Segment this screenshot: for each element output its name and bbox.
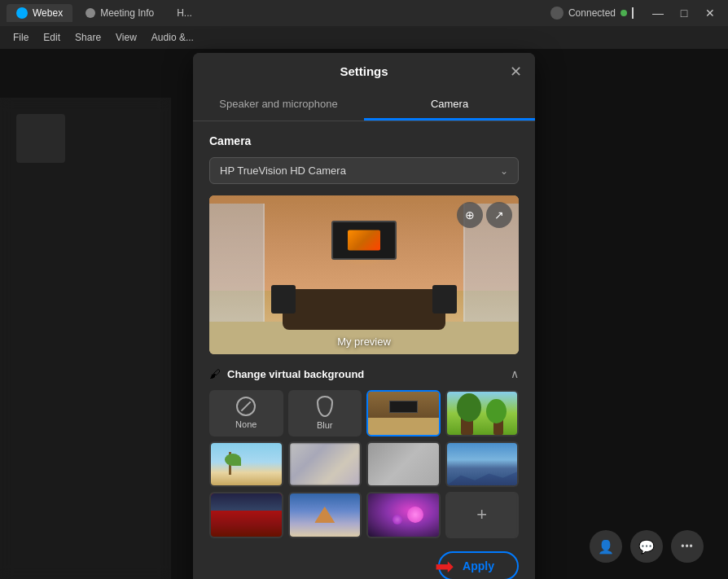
tab-webex-label: Webex bbox=[33, 7, 63, 19]
menu-edit[interactable]: Edit bbox=[37, 29, 67, 46]
preview-window-left bbox=[209, 204, 265, 331]
camera-dropdown[interactable]: HP TrueVision HD Camera ⌄ bbox=[209, 157, 519, 184]
preview-tv bbox=[331, 221, 397, 260]
main-content: 👤 💬 ••• Settings ✕ Speaker and microphon… bbox=[0, 49, 728, 579]
bg-add[interactable]: + bbox=[445, 492, 520, 538]
menu-view[interactable]: View bbox=[109, 29, 143, 46]
tab-meeting-info-label: Meeting Info bbox=[100, 7, 154, 19]
modal-title-bar: Settings ✕ bbox=[193, 53, 535, 90]
settings-modal: Settings ✕ Speaker and microphone Camera… bbox=[193, 53, 535, 579]
tab-h-label: H... bbox=[177, 7, 192, 19]
bg-none-label: None bbox=[235, 419, 257, 429]
maximize-button[interactable]: □ bbox=[673, 5, 695, 21]
menu-audio[interactable]: Audio &... bbox=[145, 29, 200, 46]
camera-preview-area: ⊕ ↗ My preview bbox=[209, 195, 519, 354]
preview-chair-right bbox=[432, 285, 457, 314]
close-button[interactable]: ✕ bbox=[699, 5, 721, 21]
add-background-icon: + bbox=[447, 493, 518, 537]
meeting-info-icon bbox=[86, 8, 95, 18]
bg-forest[interactable] bbox=[445, 390, 520, 436]
bg-beach[interactable] bbox=[209, 441, 283, 488]
modal-tabs: Speaker and microphone Camera bbox=[193, 90, 535, 121]
blur-icon bbox=[317, 396, 333, 417]
bg-office-thumbnail bbox=[368, 392, 439, 435]
vbg-collapse-icon: ∧ bbox=[511, 367, 519, 380]
bg-purple-space[interactable] bbox=[366, 492, 441, 538]
modal-close-button[interactable]: ✕ bbox=[506, 62, 525, 81]
connected-icon bbox=[550, 7, 564, 20]
bg-none[interactable]: None bbox=[209, 390, 283, 436]
menu-file[interactable]: File bbox=[7, 29, 35, 46]
win-controls: — □ ✕ bbox=[647, 5, 721, 21]
preview-table bbox=[283, 289, 445, 330]
webex-logo-icon bbox=[16, 7, 28, 19]
preview-label: My preview bbox=[337, 336, 391, 348]
camera-section-title: Camera bbox=[209, 134, 519, 147]
bg-illustrated[interactable] bbox=[288, 492, 362, 538]
menu-share[interactable]: Share bbox=[68, 29, 107, 46]
tab-h[interactable]: H... bbox=[167, 4, 202, 22]
bg-blur-label: Blur bbox=[317, 420, 333, 430]
camera-dropdown-value: HP TrueVision HD Camera bbox=[220, 164, 346, 177]
minimize-button[interactable]: — bbox=[647, 5, 669, 21]
bg-mountains[interactable] bbox=[445, 441, 520, 488]
virtual-background-header[interactable]: 🖌 Change virtual background ∧ bbox=[209, 367, 519, 380]
bg-blur-effect[interactable] bbox=[288, 441, 362, 488]
connected-label: Connected bbox=[568, 7, 616, 19]
modal-overlay: Settings ✕ Speaker and microphone Camera… bbox=[0, 49, 728, 579]
bg-office[interactable] bbox=[366, 390, 441, 436]
modal-title: Settings bbox=[340, 64, 388, 78]
background-grid: None Blur bbox=[209, 390, 519, 538]
tab-meeting-info[interactable]: Meeting Info bbox=[76, 4, 164, 22]
bg-red-field[interactable] bbox=[209, 492, 283, 538]
tab-camera[interactable]: Camera bbox=[364, 90, 535, 121]
bg-gray[interactable] bbox=[366, 441, 441, 488]
none-icon bbox=[236, 397, 256, 416]
cursor-indicator bbox=[632, 7, 634, 19]
bg-blur[interactable]: Blur bbox=[288, 390, 362, 436]
connected-status-dot bbox=[621, 10, 627, 16]
vbg-title-row: 🖌 Change virtual background bbox=[209, 367, 364, 380]
menu-bar: File Edit Share View Audio &... bbox=[0, 26, 728, 49]
apply-row: ➡ Apply bbox=[209, 551, 519, 579]
top-bar: Webex Meeting Info H... Connected — □ ✕ bbox=[0, 0, 728, 26]
preview-chair-left bbox=[271, 285, 296, 314]
tab-speaker-microphone[interactable]: Speaker and microphone bbox=[193, 90, 364, 121]
connected-section: Connected — □ ✕ bbox=[550, 5, 721, 21]
vbg-title: Change virtual background bbox=[227, 368, 364, 380]
preview-blur-icon-button[interactable]: ⊕ bbox=[457, 202, 483, 228]
arrow-indicator: ➡ bbox=[435, 552, 454, 579]
preview-share-icon-button[interactable]: ↗ bbox=[486, 202, 512, 228]
brush-icon: 🖌 bbox=[209, 367, 221, 380]
modal-body: Camera HP TrueVision HD Camera ⌄ bbox=[193, 121, 535, 579]
dropdown-chevron-icon: ⌄ bbox=[500, 165, 508, 177]
tab-webex[interactable]: Webex bbox=[7, 4, 72, 22]
